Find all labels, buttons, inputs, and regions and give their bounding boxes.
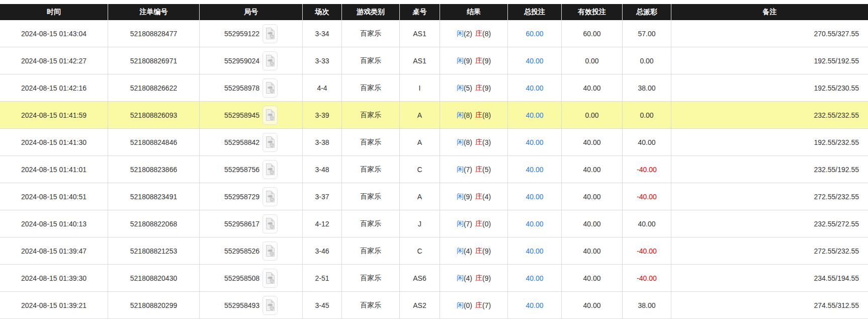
player-label: 闲 (457, 165, 464, 174)
valid-bet-cell: 40.00 (562, 237, 623, 264)
video-file-icon (266, 82, 275, 94)
total-bet-value[interactable]: 40.00 (526, 274, 543, 282)
remark-cell: 274.55/312.55 (671, 292, 868, 318)
banker-score: (7) (482, 301, 491, 309)
valid-bet-cell: 40.00 (562, 183, 623, 210)
column-header-game-type: 游戏类别 (342, 4, 400, 20)
banker-score: (9) (482, 57, 491, 65)
table-no-cell: AS1 (400, 20, 440, 47)
valid-bet-cell: 40.00 (562, 156, 623, 183)
total-payout-value: 40.00 (638, 138, 655, 146)
round-number: 552959024 (224, 57, 259, 65)
session-cell: 3-33 (303, 47, 342, 74)
banker-label: 庄 (475, 138, 482, 147)
total-bet-cell: 40.00 (508, 210, 562, 237)
video-replay-button[interactable] (263, 269, 278, 288)
result-cell: 闲(4)庄(9) (440, 237, 508, 264)
total-bet-value[interactable]: 40.00 (526, 166, 543, 174)
result-cell: 闲(9)庄(9) (440, 47, 508, 74)
table-no-cell: J (400, 210, 440, 237)
time-cell: 2024-08-15 01:39:30 (0, 265, 108, 291)
player-label: 闲 (457, 301, 464, 310)
round-number: 552958842 (224, 138, 259, 146)
video-replay-button[interactable] (263, 242, 278, 261)
video-replay-button[interactable] (263, 187, 278, 206)
valid-bet-cell: 40.00 (562, 74, 623, 101)
total-bet-cell: 40.00 (508, 237, 562, 264)
column-header-total-bet: 总投注 (508, 4, 562, 20)
total-bet-value[interactable]: 40.00 (526, 138, 543, 146)
bet-no-cell: 521808828477 (108, 20, 200, 47)
total-bet-cell: 40.00 (508, 265, 562, 291)
video-file-icon (266, 299, 275, 311)
result-cell: 闲(4)庄(9) (440, 265, 508, 291)
session-cell: 3-38 (303, 129, 342, 155)
player-score: (9) (464, 193, 472, 201)
banker-label: 庄 (475, 29, 482, 38)
total-bet-value[interactable]: 40.00 (526, 220, 543, 228)
video-file-icon (266, 245, 275, 257)
banker-score: (9) (482, 274, 491, 282)
player-score: (7) (464, 220, 472, 228)
column-header-valid-bet: 有效投注 (562, 4, 623, 20)
session-cell: 3-34 (303, 20, 342, 47)
session-cell: 3-48 (303, 156, 342, 183)
video-replay-button[interactable] (263, 51, 278, 70)
total-bet-value[interactable]: 40.00 (526, 301, 543, 309)
total-payout-cell: -40.00 (623, 183, 671, 210)
bet-no-cell: 521808820430 (108, 265, 200, 291)
player-score: (8) (464, 138, 472, 146)
round-number: 552958493 (224, 301, 259, 309)
time-cell: 2024-08-15 01:41:59 (0, 102, 108, 128)
banker-score: (4) (482, 193, 491, 201)
total-payout-cell: -40.00 (623, 237, 671, 264)
total-bet-value[interactable]: 40.00 (526, 193, 543, 201)
total-payout-value: 57.00 (638, 30, 655, 38)
time-cell: 2024-08-15 01:43:04 (0, 20, 108, 47)
total-bet-value[interactable]: 40.00 (526, 111, 543, 119)
total-bet-value[interactable]: 40.00 (526, 57, 543, 65)
result-cell: 闲(5)庄(9) (440, 74, 508, 101)
session-cell: 4-12 (303, 210, 342, 237)
total-bet-value[interactable]: 40.00 (526, 84, 543, 92)
result-cell: 闲(7)庄(5) (440, 156, 508, 183)
total-payout-value: 0.00 (640, 111, 653, 119)
game-type-cell: 百家乐 (342, 237, 400, 264)
video-replay-button[interactable] (263, 160, 278, 179)
video-replay-button[interactable] (263, 24, 278, 43)
session-cell: 3-46 (303, 237, 342, 264)
bet-no-cell: 521808823866 (108, 156, 200, 183)
video-replay-button[interactable] (263, 296, 278, 315)
total-bet-value[interactable]: 40.00 (526, 247, 543, 255)
column-header-bet-no: 注单编号 (108, 4, 200, 20)
video-replay-button[interactable] (263, 214, 278, 233)
total-payout-value: 0.00 (640, 57, 653, 65)
result-cell: 闲(8)庄(8) (440, 102, 508, 128)
banker-label: 庄 (475, 84, 482, 93)
video-replay-button[interactable] (263, 78, 278, 98)
game-type-cell: 百家乐 (342, 292, 400, 318)
time-cell: 2024-08-15 01:42:27 (0, 47, 108, 74)
total-payout-cell: 57.00 (623, 20, 671, 47)
time-cell: 2024-08-15 01:39:21 (0, 292, 108, 318)
player-label: 闲 (457, 247, 464, 256)
player-score: (8) (464, 111, 472, 119)
table-row: 2024-08-15 01:43:04521808828477552959122… (0, 20, 868, 47)
player-label: 闲 (457, 219, 464, 228)
total-bet-cell: 40.00 (508, 74, 562, 101)
game-type-cell: 百家乐 (342, 183, 400, 210)
game-type-cell: 百家乐 (342, 74, 400, 101)
table-row: 2024-08-15 01:42:16521808826622552958978… (0, 74, 868, 102)
valid-bet-cell: 40.00 (562, 129, 623, 155)
total-bet-cell: 40.00 (508, 47, 562, 74)
video-replay-button[interactable] (263, 106, 278, 125)
video-replay-button[interactable] (263, 133, 278, 152)
table-no-cell: A (400, 129, 440, 155)
bet-no-cell: 521808823491 (108, 183, 200, 210)
table-row: 2024-08-15 01:41:01521808823866552958756… (0, 156, 868, 183)
total-payout-value: -40.00 (637, 247, 657, 255)
valid-bet-cell: 0.00 (562, 47, 623, 74)
total-bet-value[interactable]: 60.00 (526, 30, 543, 38)
banker-label: 庄 (475, 192, 482, 201)
round-no-cell: 552958978 (200, 74, 303, 101)
